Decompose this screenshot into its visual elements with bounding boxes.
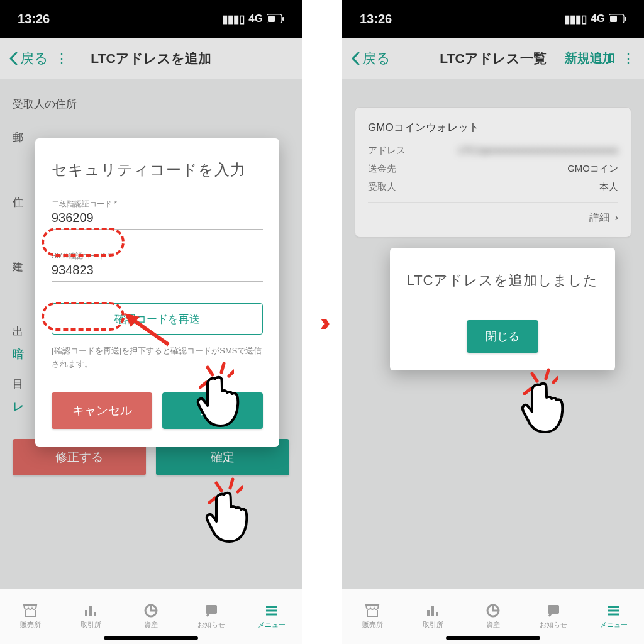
message-icon bbox=[204, 604, 219, 618]
tab-label: 取引所 bbox=[423, 620, 443, 630]
svg-rect-32 bbox=[548, 605, 559, 614]
close-button[interactable]: 閉じる bbox=[467, 320, 538, 353]
chevrons-right-icon: ›› bbox=[320, 308, 325, 336]
tab-shop[interactable]: 販売所 bbox=[0, 589, 60, 644]
svg-rect-7 bbox=[94, 612, 96, 616]
sms-value: 934823 bbox=[52, 263, 263, 282]
modal-title: セキュリティコードを入力 bbox=[52, 160, 263, 180]
message-icon bbox=[546, 604, 561, 618]
svg-line-3 bbox=[131, 318, 169, 345]
tab-label: 資産 bbox=[144, 620, 158, 630]
svg-rect-5 bbox=[85, 610, 87, 616]
tab-label: 販売所 bbox=[362, 620, 383, 630]
highlight-2fa bbox=[42, 228, 125, 257]
2fa-label: 二段階認証コード * bbox=[52, 199, 263, 209]
transition-gap: ›› bbox=[302, 0, 342, 644]
tab-exchange[interactable]: 取引所 bbox=[402, 589, 463, 644]
svg-rect-9 bbox=[206, 605, 217, 614]
pointer-hand-icon bbox=[521, 380, 570, 440]
svg-rect-29 bbox=[431, 606, 434, 616]
cancel-button[interactable]: キャンセル bbox=[52, 392, 152, 429]
tab-menu[interactable]: メニュー bbox=[584, 589, 644, 644]
menu-icon bbox=[264, 604, 279, 618]
shop-icon bbox=[365, 604, 380, 618]
tabbar: 販売所 取引所 資産 お知らせ メニュー bbox=[0, 589, 302, 644]
home-indicator bbox=[104, 636, 198, 640]
bars-icon bbox=[83, 604, 98, 618]
tab-exchange[interactable]: 取引所 bbox=[60, 589, 121, 644]
tab-label: お知らせ bbox=[540, 620, 567, 630]
svg-line-26 bbox=[546, 370, 548, 379]
2fa-input-group[interactable]: 二段階認証コード * 936209 bbox=[52, 199, 263, 230]
tab-label: 資産 bbox=[486, 620, 500, 630]
tab-assets[interactable]: 資産 bbox=[463, 589, 523, 644]
pointer-hand-icon bbox=[205, 489, 254, 550]
arrow-icon bbox=[125, 313, 175, 351]
2fa-value: 936209 bbox=[52, 211, 263, 230]
tab-label: メニュー bbox=[600, 620, 628, 630]
pie-icon bbox=[143, 604, 158, 618]
tab-label: メニュー bbox=[258, 620, 286, 630]
success-title: LTCアドレスを追加しました bbox=[406, 269, 599, 291]
pointer-hand-icon bbox=[196, 374, 245, 434]
bars-icon bbox=[425, 604, 440, 618]
shop-icon bbox=[23, 604, 38, 618]
tab-label: お知らせ bbox=[197, 620, 225, 630]
highlight-sms bbox=[42, 302, 125, 331]
phone-right: 13:26 ▮▮▮▯ 4G 戻る LTCアドレス一覧 新規追加 ⋮ GMOコイン… bbox=[342, 0, 644, 644]
menu-icon bbox=[606, 604, 621, 618]
phone-left: 13:26 ▮▮▮▯ 4G 戻る LTCアドレスを追加 ⋮ 受取人の住所 郵 住… bbox=[0, 0, 302, 644]
tab-assets[interactable]: 資産 bbox=[121, 589, 181, 644]
svg-line-19 bbox=[230, 479, 233, 488]
svg-rect-30 bbox=[436, 612, 438, 616]
pie-icon bbox=[486, 604, 501, 618]
tab-label: 販売所 bbox=[20, 620, 41, 630]
tab-news[interactable]: お知らせ bbox=[181, 589, 242, 644]
tab-menu[interactable]: メニュー bbox=[242, 589, 302, 644]
success-modal: LTCアドレスを追加しました 閉じる bbox=[390, 248, 615, 370]
svg-line-15 bbox=[221, 364, 224, 372]
svg-rect-28 bbox=[427, 610, 430, 616]
tab-shop[interactable]: 販売所 bbox=[342, 589, 402, 644]
tab-label: 取引所 bbox=[80, 620, 101, 630]
svg-rect-6 bbox=[89, 606, 92, 616]
tabbar: 販売所 取引所 資産 お知らせ メニュー bbox=[342, 589, 644, 644]
tab-news[interactable]: お知らせ bbox=[523, 589, 584, 644]
home-indicator bbox=[446, 636, 540, 640]
